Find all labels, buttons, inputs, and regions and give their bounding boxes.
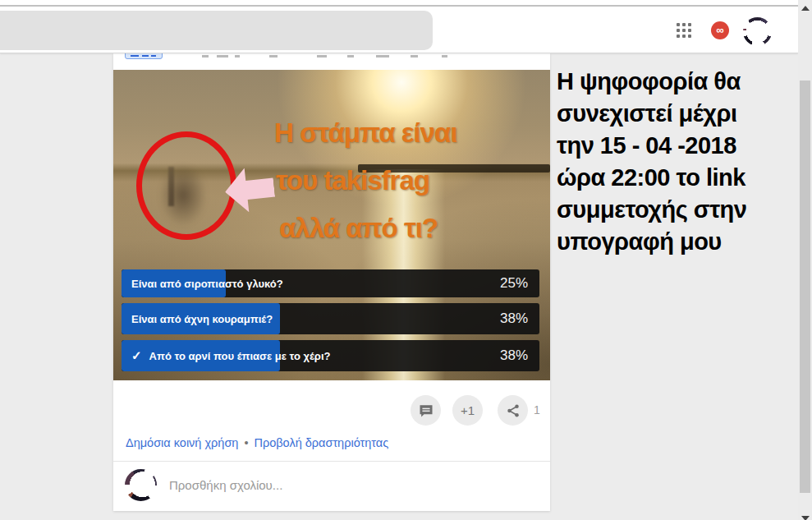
visibility-link[interactable]: Δημόσια κοινή χρήση xyxy=(126,436,238,449)
clipped-text-fragment xyxy=(317,55,327,58)
clipped-text-fragment xyxy=(217,55,228,58)
share-button[interactable] xyxy=(498,395,528,426)
post-card: Η στάμπα είναι του takisfrag αλλά από τι… xyxy=(113,53,550,511)
clipped-text-fragment xyxy=(376,55,389,58)
side-note-line: συνεχιστεί μέχρι xyxy=(557,98,799,130)
post-footer-links: Δημόσια κοινή χρήση•Προβολή δραστηριότητ… xyxy=(126,436,388,449)
share-count: 1 xyxy=(534,403,540,416)
share-icon xyxy=(506,403,521,418)
apps-grid-icon[interactable] xyxy=(677,23,691,38)
links-separator: • xyxy=(244,436,248,449)
add-comment-input[interactable]: Προσθήκη σχολίου... xyxy=(169,478,282,492)
clipped-text-fragment xyxy=(442,55,447,58)
page-scrollbar[interactable] xyxy=(798,0,812,520)
profile-avatar[interactable] xyxy=(743,17,772,46)
search-box-redacted[interactable] xyxy=(0,11,433,50)
post-actions-row: +1 1 xyxy=(113,380,550,435)
google-plus-page: ∞ xyxy=(0,0,812,520)
clipped-text-fragment xyxy=(269,55,278,58)
poll-option-label-text: Από το αρνί που έπιασε με το χέρι? xyxy=(149,350,331,362)
poll-option-percent: 38% xyxy=(500,347,528,364)
poll-option-label: ✓Από το αρνί που έπιασε με το χέρι? xyxy=(131,348,330,363)
poll-image[interactable]: Η στάμπα είναι του takisfrag αλλά από τι… xyxy=(113,70,550,380)
side-note-line: την 15 - 04 -2018 xyxy=(557,130,799,162)
caption-line: του takisfrag xyxy=(274,157,545,205)
poll-option-1[interactable]: Είναι από σιροπιαστό γλυκό? 25% xyxy=(122,269,539,297)
side-note-line: συμμετοχής στην xyxy=(557,194,799,226)
top-divider-line xyxy=(0,5,812,7)
caption-line: αλλά από τι? xyxy=(274,205,545,252)
plus-one-button[interactable]: +1 xyxy=(452,395,483,426)
poll-option-label: Είναι από σιροπιαστό γλυκό? xyxy=(131,278,283,290)
comment-icon xyxy=(418,403,434,419)
poll-option-2[interactable]: Είναι από άχνη κουραμπιέ? 38% xyxy=(122,303,539,334)
side-note-line: υπογραφή μου xyxy=(557,226,799,258)
clipped-text-fragment xyxy=(202,55,209,58)
poll-option-label: Είναι από άχνη κουραμπιέ? xyxy=(131,313,273,325)
image-caption-text: Η στάμπα είναι του takisfrag αλλά από τι… xyxy=(274,109,545,252)
clipped-post-header xyxy=(113,53,550,61)
clipped-text-fragment xyxy=(347,55,354,58)
side-note-line: Η ψηφοφορία θα xyxy=(557,66,799,98)
commenter-avatar xyxy=(125,469,157,501)
side-note-line: ώρα 22:00 το link xyxy=(557,162,799,194)
view-activity-link[interactable]: Προβολή δραστηριότητας xyxy=(254,436,388,449)
clipped-text-fragment xyxy=(411,55,418,58)
clipped-link-fragment[interactable] xyxy=(125,53,163,59)
poll-options: Είναι από σιροπιαστό γλυκό? 25% Είναι απ… xyxy=(122,269,539,377)
side-note-text: Η ψηφοφορία θα συνεχιστεί μέχρι την 15 -… xyxy=(557,66,799,258)
comment-bar: Προσθήκη σχολίου... xyxy=(113,461,550,511)
clipped-text-fragment xyxy=(235,55,240,58)
comment-button[interactable] xyxy=(411,395,441,426)
scrollbar-thumb[interactable] xyxy=(800,81,810,493)
top-header-bar: ∞ xyxy=(0,0,798,53)
plus-one-label: +1 xyxy=(461,403,475,417)
poll-option-percent: 25% xyxy=(500,275,528,292)
scroll-up-arrow-icon[interactable] xyxy=(801,6,810,11)
scroll-down-arrow-icon[interactable] xyxy=(801,516,810,520)
notifications-badge[interactable]: ∞ xyxy=(711,21,729,39)
check-icon: ✓ xyxy=(131,348,142,362)
poll-option-percent: 38% xyxy=(500,311,528,327)
caption-line: Η στάμπα είναι xyxy=(274,109,545,157)
poll-option-3-voted[interactable]: ✓Από το αρνί που έπιασε με το χέρι? 38% xyxy=(122,340,539,371)
red-circle-annotation xyxy=(136,131,236,240)
